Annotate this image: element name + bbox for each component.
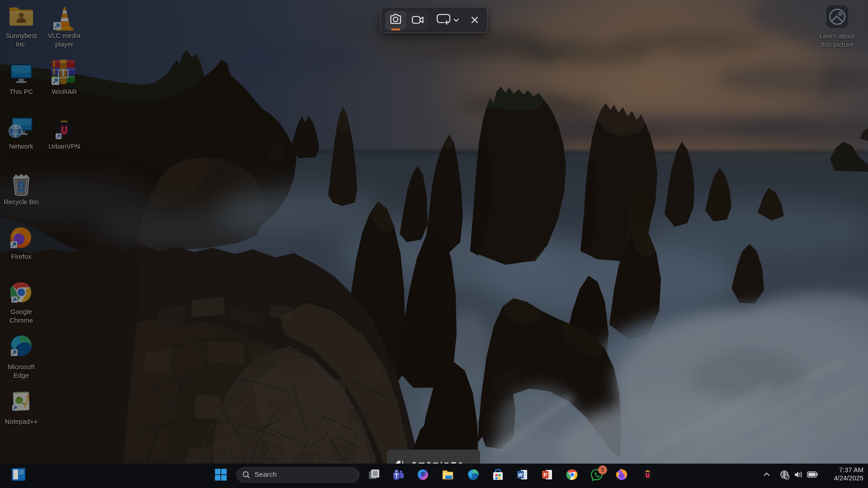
svg-text:W: W [518,472,523,478]
svg-text:P: P [543,472,547,478]
